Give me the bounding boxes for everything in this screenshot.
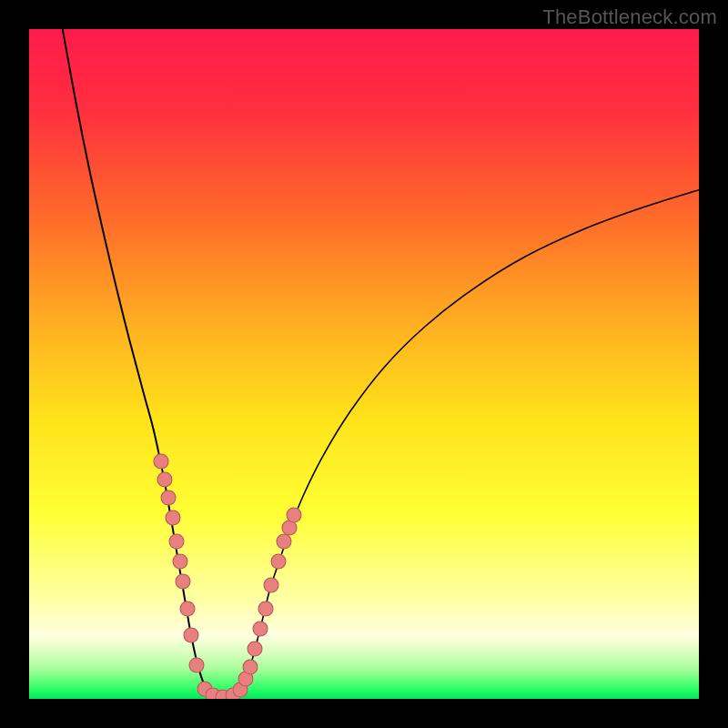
data-marker [157,471,172,487]
plot-area [29,29,699,699]
data-marker [189,658,205,673]
data-marker [161,490,177,506]
data-marker [258,601,273,616]
curve-right-branch [223,190,699,699]
curve-left-branch [63,29,224,699]
data-marker [242,659,258,674]
data-marker [270,554,286,570]
data-marker [252,621,268,636]
data-marker [264,577,279,592]
data-marker [184,628,199,643]
data-marker [176,574,191,590]
data-marker [153,453,168,469]
data-marker [287,507,302,522]
data-marker [276,534,291,550]
data-marker [281,521,297,536]
data-marker [248,641,263,656]
data-marker [172,554,187,570]
watermark-text: TheBottleneck.com [542,5,717,29]
data-marker [179,601,195,616]
data-marker [165,511,180,526]
curve-layer [29,29,699,699]
chart-frame: TheBottleneck.com [0,0,728,728]
data-marker [168,534,184,550]
